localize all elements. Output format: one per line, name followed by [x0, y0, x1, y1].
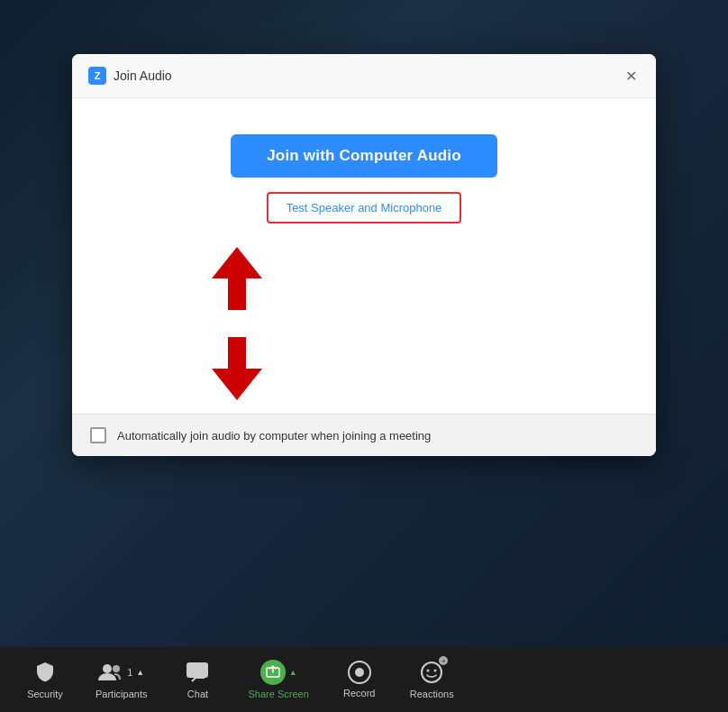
join-with-computer-audio-button[interactable]: Join with Computer Audio [231, 134, 497, 178]
dialog-title-row: Z Join Audio [88, 67, 172, 85]
toolbar-item-participants[interactable]: 1 ▲ Participants [81, 653, 161, 707]
arrow-up-icon [212, 247, 262, 310]
toolbar: Security 1 ▲ Participants Chat [0, 647, 728, 712]
dialog-title: Join Audio [114, 68, 172, 83]
dialog-header: Z Join Audio ✕ [72, 54, 656, 98]
participants-badge: 1 [127, 667, 132, 678]
participants-label: Participants [96, 689, 147, 699]
svg-point-7 [427, 670, 430, 672]
toolbar-item-chat[interactable]: Chat [161, 653, 233, 707]
share-screen-caret-icon: ▲ [289, 668, 297, 677]
test-speaker-microphone-button[interactable]: Test Speaker and Microphone [267, 192, 462, 224]
participants-caret-icon: ▲ [136, 668, 144, 677]
share-screen-label: Share Screen [248, 689, 308, 699]
auto-join-label: Automatically join audio by computer whe… [117, 429, 431, 443]
svg-marker-1 [212, 337, 262, 400]
svg-point-8 [434, 670, 437, 672]
svg-rect-4 [187, 662, 208, 678]
reactions-label: Reactions [410, 689, 454, 699]
emoji-icon: + [419, 660, 444, 685]
svg-point-6 [422, 662, 441, 682]
toolbar-item-record[interactable]: Record [323, 653, 396, 706]
auto-join-checkbox[interactable] [90, 427, 106, 443]
dialog-footer: Automatically join audio by computer whe… [72, 414, 656, 456]
arrow-down-icon [212, 337, 262, 400]
toolbar-item-reactions[interactable]: + Reactions [396, 653, 469, 707]
zoom-logo-icon: Z [88, 67, 106, 85]
svg-marker-0 [212, 247, 262, 310]
share-screen-icon [260, 660, 286, 685]
close-button[interactable]: ✕ [622, 67, 640, 85]
record-dot [355, 668, 364, 677]
people-icon [98, 660, 123, 685]
record-label: Record [343, 688, 375, 698]
security-label: Security [27, 689, 63, 699]
svg-point-3 [113, 665, 120, 672]
record-icon [348, 661, 371, 684]
chat-icon [185, 660, 210, 685]
svg-point-2 [103, 664, 112, 673]
toolbar-item-security[interactable]: Security [9, 653, 81, 707]
chat-label: Chat [187, 689, 208, 699]
join-audio-dialog: Z Join Audio ✕ Join with Computer Audio … [72, 54, 656, 456]
modal-overlay: Z Join Audio ✕ Join with Computer Audio … [0, 0, 728, 712]
dialog-body: Join with Computer Audio Test Speaker an… [72, 98, 656, 414]
toolbar-item-share-screen[interactable]: ▲ Share Screen [233, 653, 323, 707]
shield-icon [32, 660, 58, 685]
